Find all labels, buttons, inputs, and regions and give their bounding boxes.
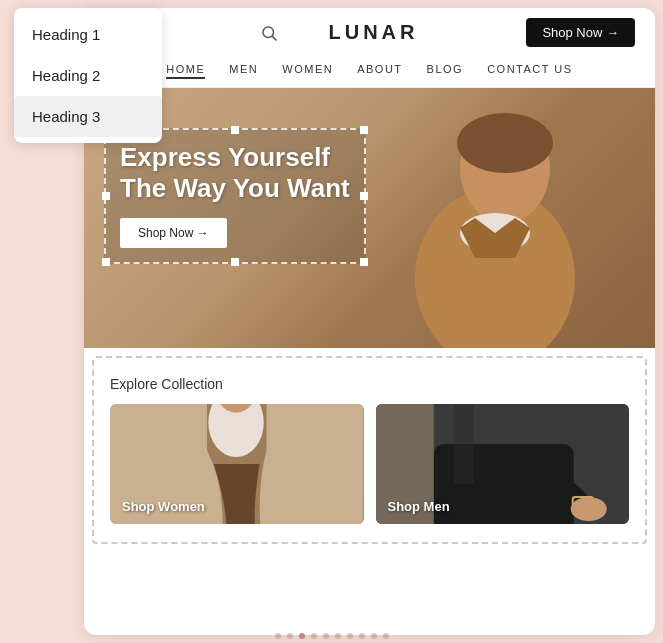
collection-men-label: Shop Men <box>388 499 450 514</box>
hero-textbox: Express Yourself The Way You Want Shop N… <box>104 128 366 264</box>
dot-1 <box>275 633 281 639</box>
nav-item-women[interactable]: WOMEN <box>282 63 333 79</box>
dot-9 <box>371 633 377 639</box>
hero-section: Express Yourself The Way You Want Shop N… <box>84 88 655 348</box>
nav-item-men[interactable]: MEN <box>229 63 258 79</box>
nav-item-contact[interactable]: CONTACT US <box>487 63 573 79</box>
resize-handle-bm[interactable] <box>231 258 239 266</box>
resize-handle-bl[interactable] <box>102 258 110 266</box>
collection-women-label: Shop Women <box>122 499 205 514</box>
dropdown-item-heading2[interactable]: Heading 2 <box>14 55 162 96</box>
resize-handle-tr[interactable] <box>360 126 368 134</box>
resize-handle-br[interactable] <box>360 258 368 266</box>
dropdown-item-heading1[interactable]: Heading 1 <box>14 14 162 55</box>
site-logo: LUNAR <box>286 21 460 44</box>
dot-5 <box>323 633 329 639</box>
resize-handle-tm[interactable] <box>231 126 239 134</box>
dropdown-item-heading3[interactable]: Heading 3 <box>14 96 162 137</box>
dot-4 <box>311 633 317 639</box>
collection-card-women[interactable]: Shop Women <box>110 404 364 524</box>
svg-point-5 <box>457 113 553 173</box>
collection-section-title: Explore Collection <box>110 376 629 392</box>
resize-handle-mr[interactable] <box>360 192 368 200</box>
site-header: LUNAR Shop Now → <box>84 8 655 57</box>
dot-10 <box>383 633 389 639</box>
dot-8 <box>359 633 365 639</box>
dots-decoration <box>275 633 389 639</box>
heading-dropdown: Heading 1 Heading 2 Heading 3 <box>14 8 162 143</box>
nav-item-blog[interactable]: BLOG <box>427 63 464 79</box>
hero-title-line1: Express Yourself <box>120 142 350 173</box>
shop-now-header-button[interactable]: Shop Now → <box>526 18 635 47</box>
svg-point-14 <box>570 497 606 521</box>
svg-line-1 <box>273 36 277 40</box>
site-nav: HOME MEN WOMEN ABOUT BLOG CONTACT US <box>84 57 655 88</box>
hero-shop-button[interactable]: Shop Now → <box>120 218 227 248</box>
dot-2 <box>287 633 293 639</box>
website-preview: LUNAR Shop Now → HOME MEN WOMEN ABOUT BL… <box>84 8 655 635</box>
nav-item-home[interactable]: HOME <box>166 63 205 79</box>
dot-3 <box>299 633 305 639</box>
collection-card-men[interactable]: Shop Men <box>376 404 630 524</box>
nav-item-about[interactable]: ABOUT <box>357 63 402 79</box>
hero-person-image <box>365 88 625 348</box>
hero-title: Express Yourself The Way You Want <box>120 142 350 204</box>
hero-title-line2: The Way You Want <box>120 173 350 204</box>
collection-grid: Shop Women <box>110 404 629 524</box>
search-icon[interactable] <box>260 24 278 42</box>
dot-7 <box>347 633 353 639</box>
collection-section: Explore Collection Shop Women <box>92 356 647 544</box>
resize-handle-ml[interactable] <box>102 192 110 200</box>
svg-point-0 <box>263 27 274 38</box>
dot-6 <box>335 633 341 639</box>
